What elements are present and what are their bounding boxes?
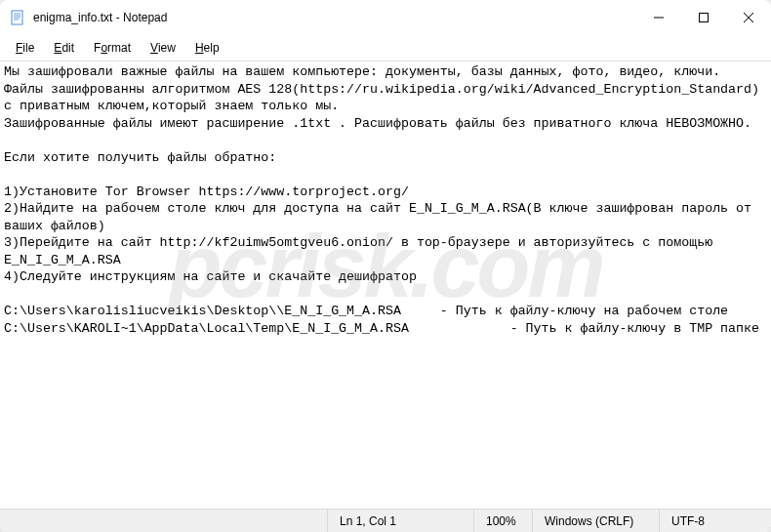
menu-file[interactable]: File — [6, 38, 44, 58]
menu-view[interactable]: View — [141, 38, 185, 58]
svg-rect-6 — [700, 14, 709, 22]
menu-edit[interactable]: Edit — [44, 38, 84, 58]
status-encoding: UTF-8 — [659, 510, 771, 532]
close-button[interactable] — [726, 0, 771, 35]
notepad-window: enigma_info.txt - Notepad File Edit Form… — [0, 0, 771, 532]
maximize-button[interactable] — [681, 0, 726, 35]
window-controls — [636, 0, 771, 35]
text-editor-area[interactable]: Мы зашифровали важные файлы на вашем ком… — [0, 61, 771, 509]
status-zoom: 100% — [473, 510, 532, 532]
menu-help[interactable]: Help — [185, 38, 229, 58]
window-title: enigma_info.txt - Notepad — [33, 11, 636, 24]
titlebar: enigma_info.txt - Notepad — [0, 0, 771, 35]
status-cursor-position: Ln 1, Col 1 — [327, 510, 473, 532]
notepad-icon — [10, 10, 25, 25]
document-content[interactable]: Мы зашифровали важные файлы на вашем ком… — [4, 63, 767, 337]
menu-format[interactable]: Format — [84, 38, 141, 58]
menubar: File Edit Format View Help — [0, 35, 771, 61]
statusbar: Ln 1, Col 1 100% Windows (CRLF) UTF-8 — [0, 509, 771, 532]
minimize-button[interactable] — [636, 0, 681, 35]
status-line-ending: Windows (CRLF) — [532, 510, 659, 532]
